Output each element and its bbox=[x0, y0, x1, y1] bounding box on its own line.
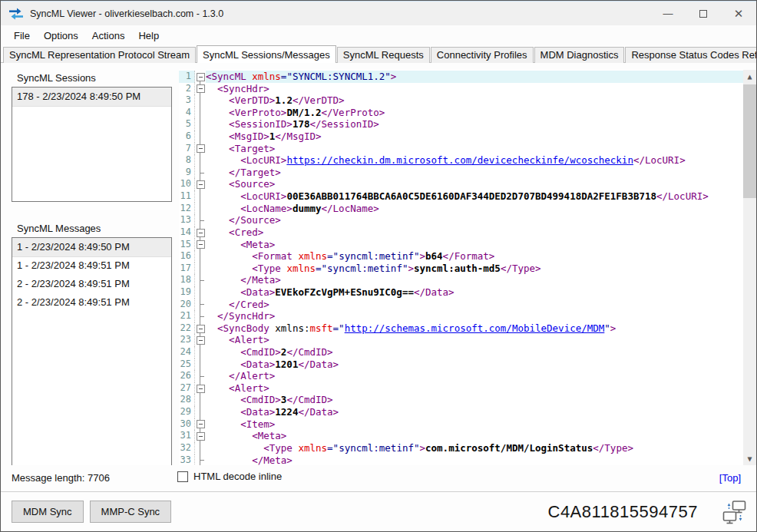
line-number: 6 bbox=[179, 131, 195, 143]
code-text: </Meta> bbox=[206, 454, 743, 466]
fold-margin bbox=[195, 274, 206, 286]
code-token: </CmdID> bbox=[286, 346, 332, 358]
tab-syncml-sessions-messages[interactable]: SyncML Sessions/Messages bbox=[197, 45, 336, 63]
code-line[interactable]: 7 <Target> bbox=[179, 143, 743, 155]
code-line[interactable]: 32 <Type xmlns="syncml:metinf">com.micro… bbox=[179, 442, 743, 454]
fold-margin bbox=[195, 94, 206, 107]
code-line[interactable]: 1<SyncML xmlns="SYNCML:SYNCML1.2"> bbox=[179, 71, 743, 83]
menu-item-help[interactable]: Help bbox=[131, 28, 166, 44]
code-line[interactable]: 25 <Data>1201</Data> bbox=[179, 359, 743, 371]
html-decode-group[interactable]: HTML decode inline bbox=[177, 471, 282, 482]
code-line[interactable]: 18 </Meta> bbox=[179, 274, 743, 286]
fold-collapse-icon[interactable] bbox=[195, 71, 206, 83]
code-hyperlink[interactable]: http://schemas.microsoft.com/MobileDevic… bbox=[345, 322, 605, 334]
code-line[interactable]: 28 <CmdID>3</CmdID> bbox=[179, 394, 743, 406]
code-token: <Type bbox=[252, 263, 281, 274]
messages-listbox[interactable]: 1 - 2/23/2024 8:49:50 PM1 - 2/23/2024 8:… bbox=[12, 237, 172, 465]
code-line[interactable]: 12 <LocName>dummy</LocName> bbox=[179, 203, 743, 215]
fold-margin bbox=[195, 118, 206, 131]
code-line[interactable]: 15 <Meta> bbox=[179, 239, 743, 251]
fold-collapse-icon[interactable] bbox=[195, 178, 206, 190]
tab-response-status-codes-reference[interactable]: Response Status Codes Reference bbox=[625, 47, 757, 63]
menu-item-file[interactable]: File bbox=[7, 28, 37, 44]
code-line[interactable]: 19 <Data>EVEkoFZcVgPM+ESnu9IC0g==</Data> bbox=[179, 286, 743, 299]
code-line[interactable]: 9 </Target> bbox=[179, 167, 743, 179]
code-line[interactable]: 20 </Cred> bbox=[179, 299, 743, 311]
code-token: <CmdID> bbox=[240, 394, 281, 405]
code-text: <LocURI>https://checkin.dm.microsoft.com… bbox=[206, 154, 743, 167]
code-hyperlink[interactable]: https://checkin.dm.microsoft.com/devicec… bbox=[286, 154, 633, 166]
fold-collapse-icon[interactable] bbox=[195, 418, 206, 431]
fold-margin bbox=[195, 359, 206, 371]
code-token: xmlns bbox=[286, 263, 316, 274]
mmpc-sync-button[interactable]: MMP-C Sync bbox=[90, 501, 172, 523]
title-bar[interactable]: SyncML Viewer - oliverkieselbach.com - 1… bbox=[1, 1, 756, 25]
menu-item-options[interactable]: Options bbox=[37, 28, 85, 44]
code-token: <Item> bbox=[240, 418, 275, 430]
code-line[interactable]: 16 <Format xmlns="syncml:metinf">b64</Fo… bbox=[179, 250, 743, 263]
line-number: 7 bbox=[179, 143, 195, 155]
code-line[interactable]: 23 <Alert> bbox=[179, 334, 743, 346]
code-token: </Type> bbox=[501, 263, 541, 274]
code-token: <SyncML bbox=[206, 71, 246, 82]
scroll-down-arrow-icon[interactable]: ▼ bbox=[743, 452, 756, 465]
list-item[interactable]: 2 - 2/23/2024 8:49:51 PM bbox=[12, 275, 171, 293]
syncml-code-editor[interactable]: 1<SyncML xmlns="SYNCML:SYNCML1.2">2 <Syn… bbox=[179, 70, 756, 465]
code-line[interactable]: 5 <SessionID>178</SessionID> bbox=[179, 118, 743, 131]
fold-collapse-icon[interactable] bbox=[195, 322, 206, 335]
code-line[interactable]: 21 </SyncHdr> bbox=[179, 310, 743, 322]
maximize-button[interactable] bbox=[686, 2, 721, 25]
editor-lines[interactable]: 1<SyncML xmlns="SYNCML:SYNCML1.2">2 <Syn… bbox=[179, 71, 743, 465]
code-line[interactable]: 2 <SyncHdr> bbox=[179, 83, 743, 95]
code-token: DM/1.2 bbox=[286, 107, 321, 118]
html-decode-checkbox[interactable] bbox=[177, 471, 188, 482]
code-line[interactable]: 6 <MsgID>1</MsgID> bbox=[179, 131, 743, 143]
code-line[interactable]: 31 <Meta> bbox=[179, 430, 743, 442]
tab-mdm-diagnostics[interactable]: MDM Diagnostics bbox=[534, 47, 625, 63]
tab-syncml-representation-protocol-stream[interactable]: SyncML Representation Protocol Stream bbox=[3, 47, 196, 63]
code-line[interactable]: 33 </Meta> bbox=[179, 454, 743, 466]
code-text: <CmdID>2</CmdID> bbox=[206, 346, 743, 359]
list-item[interactable]: 1 - 2/23/2024 8:49:50 PM bbox=[12, 238, 171, 256]
sessions-listbox[interactable]: 178 - 2/23/2024 8:49:50 PM bbox=[12, 87, 172, 202]
list-item[interactable]: 1 - 2/23/2024 8:49:51 PM bbox=[12, 256, 171, 275]
code-token: </Data> bbox=[298, 406, 339, 418]
fold-collapse-icon[interactable] bbox=[195, 334, 206, 346]
code-line[interactable]: 24 <CmdID>2</CmdID> bbox=[179, 346, 743, 359]
code-line[interactable]: 29 <Data>1224</Data> bbox=[179, 406, 743, 418]
menu-item-actions[interactable]: Actions bbox=[85, 28, 132, 44]
code-token: </Target> bbox=[229, 167, 281, 178]
code-line[interactable]: 4 <VerProto>DM/1.2</VerProto> bbox=[179, 107, 743, 119]
scroll-up-arrow-icon[interactable]: ▲ bbox=[743, 70, 756, 83]
fold-collapse-icon[interactable] bbox=[195, 143, 206, 155]
code-line[interactable]: 22 <SyncBody xmlns:msft="http://schemas.… bbox=[179, 322, 743, 335]
code-token: </CmdID> bbox=[286, 394, 332, 405]
fold-collapse-icon[interactable] bbox=[195, 226, 206, 239]
code-line[interactable]: 30 <Item> bbox=[179, 418, 743, 431]
code-line[interactable]: 17 <Type xmlns="syncml:metinf">syncml:au… bbox=[179, 263, 743, 275]
code-line[interactable]: 14 <Cred> bbox=[179, 226, 743, 239]
fold-collapse-icon[interactable] bbox=[195, 83, 206, 95]
list-item[interactable]: 2 - 2/23/2024 8:49:51 PM bbox=[12, 293, 171, 312]
code-line[interactable]: 27 <Alert> bbox=[179, 382, 743, 395]
line-number: 5 bbox=[179, 118, 195, 131]
tab-connectivity-profiles[interactable]: Connectivity Profiles bbox=[431, 47, 534, 63]
mdm-sync-button[interactable]: MDM Sync bbox=[12, 501, 84, 523]
code-line[interactable]: 8 <LocURI>https://checkin.dm.microsoft.c… bbox=[179, 154, 743, 167]
code-text: <SyncML xmlns="SYNCML:SYNCML1.2"> bbox=[206, 71, 743, 83]
code-line[interactable]: 13 </Source> bbox=[179, 214, 743, 226]
code-line[interactable]: 11 <LocURI>00E36ABB011764BBCA6A0C5DE6160… bbox=[179, 190, 743, 203]
fold-collapse-icon[interactable] bbox=[195, 239, 206, 251]
fold-collapse-icon[interactable] bbox=[195, 430, 206, 442]
code-line[interactable]: 3 <VerDTD>1.2</VerDTD> bbox=[179, 94, 743, 107]
code-line[interactable]: 10 <Source> bbox=[179, 178, 743, 190]
list-item[interactable]: 178 - 2/23/2024 8:49:50 PM bbox=[12, 88, 171, 106]
editor-vertical-scrollbar[interactable]: ▲ ▼ bbox=[743, 70, 756, 465]
fold-collapse-icon[interactable] bbox=[195, 382, 206, 395]
scrollbar-thumb[interactable] bbox=[743, 84, 756, 198]
code-line[interactable]: 26 </Alert> bbox=[179, 370, 743, 382]
top-link[interactable]: [Top] bbox=[719, 472, 741, 484]
minimize-button[interactable]: — bbox=[650, 2, 686, 25]
close-button[interactable]: ✕ bbox=[721, 2, 756, 25]
tab-syncml-requests[interactable]: SyncML Requests bbox=[337, 47, 430, 63]
